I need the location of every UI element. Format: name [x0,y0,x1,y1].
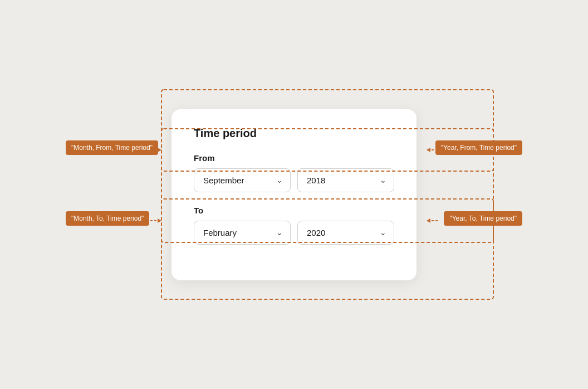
svg-marker-8 [158,218,161,223]
from-month-select[interactable]: January February March April May June Ju… [194,168,291,192]
from-group: From January February March April May Ju… [194,153,394,192]
to-group: To January February March April May June… [194,206,394,245]
tooltip-year-to: "Year, To, Time period" [444,211,522,226]
from-label: From [194,153,394,163]
from-year-select[interactable]: 2015 2016 2017 2018 2019 2020 2021 2022 … [297,168,394,192]
to-row: January February March April May June Ju… [194,221,394,245]
card-title: Time period [194,127,394,140]
tooltip-year-from: "Year, From, Time period" [435,140,522,155]
from-year-wrapper: 2015 2016 2017 2018 2019 2020 2021 2022 … [297,168,394,192]
svg-marker-6 [427,148,430,152]
from-row: January February March April May June Ju… [194,168,394,192]
to-year-wrapper: 2015 2016 2017 2018 2019 2020 2021 2022 … [297,221,394,245]
tooltip-month-from: "Month, From, Time period" [66,140,158,155]
time-period-card: Time period From January February March … [171,109,416,280]
to-year-select[interactable]: 2015 2016 2017 2018 2019 2020 2021 2022 … [297,221,394,245]
to-month-wrapper: January February March April May June Ju… [194,221,291,245]
to-month-select[interactable]: January February March April May June Ju… [194,221,291,245]
to-label: To [194,206,394,215]
tooltip-month-to: "Month, To, Time period" [66,211,149,226]
svg-marker-4 [158,148,161,152]
from-month-wrapper: January February March April May June Ju… [194,168,291,192]
svg-marker-10 [427,218,430,223]
